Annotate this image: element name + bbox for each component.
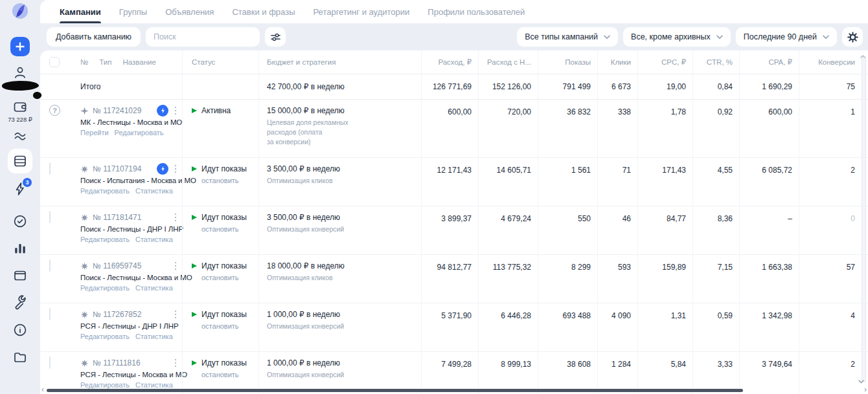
archive-filter[interactable]: Все, кроме архивных xyxy=(623,27,731,47)
budget-amount: 1 000,00 ₽ в неделю xyxy=(267,358,421,367)
add-campaign-button[interactable]: Добавить кампанию xyxy=(47,27,141,47)
campaign-action-link[interactable]: Статистика xyxy=(135,187,173,195)
yandex-direct-app: 73 228 ₽ 3 xyxy=(0,0,868,394)
sidebar-item-statistics[interactable] xyxy=(12,241,28,256)
tab-groups[interactable]: Группы xyxy=(119,0,147,23)
sidebar: 73 228 ₽ 3 xyxy=(0,0,40,394)
row-menu-button[interactable] xyxy=(173,105,179,116)
campaign-action-link[interactable]: Статистика xyxy=(135,381,173,389)
column-header-cpc[interactable]: CPC, ₽ xyxy=(637,50,692,74)
tab-ads[interactable]: Объявления xyxy=(165,0,214,23)
column-header-spend-vat[interactable]: Расход с Н... xyxy=(478,50,538,74)
sidebar-item-help[interactable] xyxy=(12,322,28,338)
tab-bids-phrases[interactable]: Ставки и фразы xyxy=(232,0,295,23)
sidebar-item-library[interactable] xyxy=(12,268,28,283)
campaign-number: № 117111816 xyxy=(93,358,141,367)
sidebar-item-documents[interactable] xyxy=(12,349,28,365)
help-icon[interactable]: ? xyxy=(49,105,60,116)
budget-amount: 18 000,00 ₽ в неделю xyxy=(267,261,421,270)
status-stop-link[interactable]: остановить xyxy=(201,322,258,330)
row-menu-button[interactable] xyxy=(173,309,179,320)
sidebar-item-tools[interactable] xyxy=(12,295,28,311)
strategy-text: Оптимизация конверсий xyxy=(267,370,352,380)
column-header-clicks[interactable]: Клики xyxy=(597,50,637,74)
campaign-type-icon-std xyxy=(80,213,89,222)
campaign-action-link[interactable]: Редактировать xyxy=(80,381,130,389)
scroll-up-icon[interactable] xyxy=(860,49,865,61)
status-stop-link[interactable]: остановить xyxy=(201,225,258,233)
row-menu-button[interactable] xyxy=(173,164,179,175)
row-select-cell: ? xyxy=(40,100,69,157)
chevron-down-icon xyxy=(823,35,829,39)
row-menu-button[interactable] xyxy=(173,261,179,272)
cell-ctr: 0,59 xyxy=(692,303,739,351)
cell-clicks: 338 xyxy=(597,100,637,157)
campaign-type-filter[interactable]: Все типы кампаний xyxy=(517,27,618,47)
campaign-action-link[interactable]: Статистика xyxy=(135,235,173,243)
campaign-action-link[interactable]: Редактировать xyxy=(80,235,130,243)
yandex-direct-logo[interactable] xyxy=(12,3,29,19)
campaign-action-link[interactable]: Перейти xyxy=(80,129,109,137)
tab-retargeting[interactable]: Ретаргетинг и аудитории xyxy=(313,0,409,23)
row-menu-button[interactable] xyxy=(173,358,179,369)
budget-cell: 3 500,00 ₽ в неделю Оптимизация конверси… xyxy=(258,206,421,254)
cell-cpc: 171,43 xyxy=(637,158,692,206)
cell-conversions: 57 xyxy=(799,255,868,303)
row-checkbox[interactable] xyxy=(49,162,51,175)
sidebar-item-moderation[interactable] xyxy=(12,213,28,229)
campaign-action-link[interactable]: Редактировать xyxy=(80,187,130,195)
status-stop-link[interactable]: остановить xyxy=(201,274,258,281)
campaign-action-link[interactable]: Редактировать xyxy=(80,333,130,340)
column-header-cpa[interactable]: CPA, ₽ xyxy=(739,50,799,74)
row-checkbox[interactable] xyxy=(49,356,51,369)
cell-conversions: 4 xyxy=(799,303,868,351)
redacted-username xyxy=(1,80,38,91)
cell-shows: 36 832 xyxy=(538,100,597,157)
campaign-action-link[interactable]: Редактировать xyxy=(80,284,130,292)
sidebar-item-recommendations[interactable]: 3 xyxy=(12,181,28,197)
table-settings-button[interactable] xyxy=(842,27,863,47)
create-button[interactable] xyxy=(10,37,30,56)
sidebar-item-profile[interactable] xyxy=(12,65,28,80)
row-checkbox[interactable] xyxy=(49,308,51,320)
cell-cpc: 5,84 xyxy=(637,352,692,394)
bar-chart-icon xyxy=(12,241,28,256)
budget-amount: 3 500,00 ₽ в неделю xyxy=(267,164,421,173)
campaign-action-link[interactable]: Статистика xyxy=(135,284,173,292)
row-menu-button[interactable] xyxy=(173,212,179,223)
search-input[interactable] xyxy=(154,32,252,41)
scroll-right-arrow[interactable]: › xyxy=(864,386,867,393)
row-select-cell xyxy=(40,255,69,303)
tab-user-profiles[interactable]: Профили пользователей xyxy=(428,0,525,23)
status-stop-link[interactable]: остановить xyxy=(201,371,258,378)
sidebar-item-balance[interactable] xyxy=(12,99,28,115)
filters-button[interactable] xyxy=(265,27,286,47)
cell-cpa: 3 749,64 xyxy=(739,352,799,394)
column-header-conversions[interactable]: Конверсии xyxy=(799,50,868,74)
tab-campaigns[interactable]: Кампании xyxy=(60,0,101,23)
row-checkbox[interactable] xyxy=(49,259,51,272)
row-checkbox[interactable] xyxy=(49,211,51,223)
sidebar-item-overview[interactable] xyxy=(12,128,28,144)
scroll-left-arrow[interactable]: ‹ xyxy=(41,386,44,393)
totals-spend: 126 771,69 xyxy=(421,74,478,99)
vertical-scrollbar[interactable] xyxy=(862,56,866,382)
column-header-ctr[interactable]: CTR, % xyxy=(692,50,739,74)
status-stop-link[interactable]: остановить xyxy=(201,177,258,184)
campaign-cell: № 117241029 МК - Лестницы - Москва и МО … xyxy=(69,100,182,157)
top-tabs: Кампании Группы Объявления Ставки и фраз… xyxy=(40,0,868,23)
period-filter[interactable]: Последние 90 дней xyxy=(736,27,837,47)
status-cell: Идут показы остановить xyxy=(182,158,258,206)
table-row: № 117181471 Поиск - Лестницы - ДНР I ЛНР… xyxy=(40,206,868,255)
column-header-shows[interactable]: Показы xyxy=(538,50,597,74)
campaign-action-link[interactable]: Статистика xyxy=(135,333,173,340)
cell-cpa: – xyxy=(739,206,799,254)
select-all-checkbox[interactable] xyxy=(49,57,60,67)
horizontal-scrollbar[interactable] xyxy=(47,389,743,392)
row-select-cell xyxy=(40,158,69,206)
campaign-action-link[interactable]: Редактировать xyxy=(115,129,164,137)
scroll-down-icon[interactable] xyxy=(858,375,864,386)
status-text: Идут показы xyxy=(201,261,247,270)
column-header-spend[interactable]: Расход, ₽ xyxy=(421,50,478,74)
sidebar-item-campaigns[interactable] xyxy=(8,149,32,173)
